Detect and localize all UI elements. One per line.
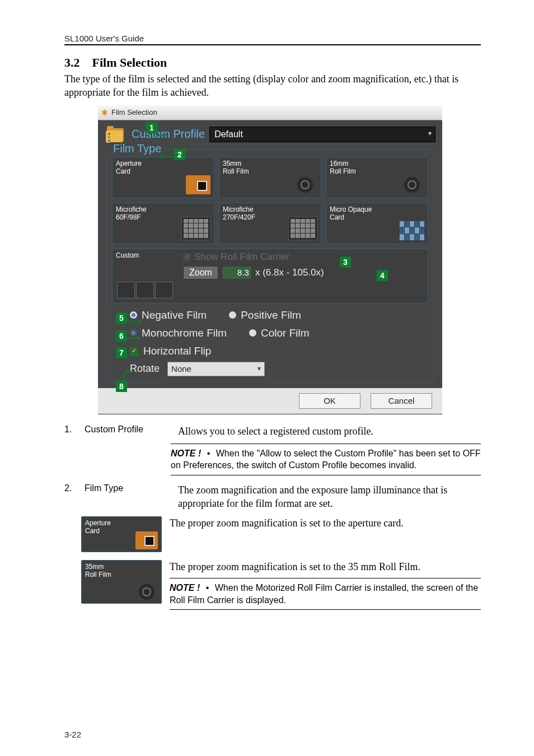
film-card-label: Card — [330, 213, 424, 221]
def-term-custom-profile: Custom Profile — [85, 424, 171, 435]
note-lead: NOTE ! — [171, 449, 201, 458]
roll-film-icon — [293, 175, 317, 194]
film-card-label: Micro Opaque — [330, 206, 424, 213]
gear-icon: ✱ — [101, 108, 108, 117]
note-box: NOTE ! • When the "Allow to select the C… — [171, 444, 481, 475]
note-box: NOTE ! • When the Motorized Roll Film Ca… — [170, 578, 481, 610]
sample-label: Aperture — [85, 519, 111, 527]
sample-label: 35mm — [85, 563, 104, 571]
callout-1: 1 — [146, 122, 157, 133]
callout-4: 4 — [377, 270, 388, 281]
microfiche-icon — [288, 217, 317, 240]
negative-film-label: Negative Film — [142, 309, 207, 321]
callout-arrow — [156, 153, 175, 160]
film-card-label: Roll Film — [223, 167, 317, 175]
note-text: When the Motorized Roll Film Carrier is … — [170, 583, 478, 605]
film-card-label: Microfiche — [116, 206, 210, 213]
sample-label: Card — [85, 527, 100, 535]
roll-film-icon — [135, 583, 158, 601]
rotate-value: None — [171, 364, 191, 374]
film-type-group: Film Type Aperture Card 35mm Roll Film 1… — [106, 150, 434, 382]
callout-3: 3 — [340, 256, 351, 268]
color-film-label: Color Film — [261, 327, 310, 339]
def-text: Allows you to select a registered custom… — [178, 424, 373, 438]
dialog-titlebar: ✱ Film Selection — [98, 105, 442, 120]
note-lead: NOTE ! — [170, 583, 200, 592]
rotate-select[interactable]: None — [167, 362, 265, 376]
film-card-35mm[interactable]: 35mm Roll Film — [219, 157, 321, 198]
film-card-label: 35mm — [223, 160, 317, 167]
micro-opaque-icon — [400, 221, 424, 240]
dialog-title: Film Selection — [111, 108, 157, 116]
callout-6: 6 — [116, 330, 127, 342]
aperture-card-icon — [135, 531, 158, 549]
section-heading: 3.2 Film Selection — [64, 55, 481, 70]
def-term-film-type: Film Type — [85, 483, 171, 493]
callout-arrow — [127, 317, 144, 325]
page-header: SL1000 User's Guide — [64, 34, 481, 43]
sample-card-aperture: Aperture Card — [81, 516, 162, 552]
page-number: 3-22 — [64, 730, 81, 739]
def-number: 1. — [64, 424, 78, 435]
film-card-label: 16mm — [330, 160, 424, 167]
monochrome-film-label: Monochrome Film — [142, 327, 227, 339]
sample-desc: The proper zoom magnification is set to … — [170, 560, 481, 573]
film-card-fiche60[interactable]: Microfiche 60F/98F — [112, 203, 214, 244]
callout-2: 2 — [174, 149, 185, 160]
custom-profile-value: Default — [214, 129, 243, 139]
def-text: The zoom magnification and the exposure … — [178, 483, 481, 511]
film-card-label: Microfiche — [223, 206, 317, 213]
rotate-label: Rotate — [130, 363, 160, 375]
def-number: 2. — [64, 483, 78, 493]
custom-profile-select[interactable]: Default — [209, 127, 435, 142]
aperture-card-icon — [186, 175, 210, 194]
horizontal-flip-label: Horizontal Flip — [143, 345, 211, 357]
header-rule — [64, 44, 481, 45]
microfiche-icon — [181, 217, 210, 240]
bullet-icon: • — [203, 582, 213, 594]
film-card-opaque[interactable]: Micro Opaque Card — [326, 203, 428, 244]
roll-film-icon — [400, 175, 424, 194]
positive-film-label: Positive Film — [241, 309, 301, 321]
show-roll-label: Show Roll Film Carrier — [194, 251, 289, 263]
film-card-label: Roll Film — [330, 167, 424, 175]
custom-thumbs-icon — [117, 282, 173, 298]
zoom-range: x (6.8x - 105.0x) — [255, 267, 324, 278]
callout-7: 7 — [116, 347, 127, 358]
film-card-aperture[interactable]: Aperture Card — [112, 157, 214, 198]
zoom-value[interactable]: 8.3 — [222, 266, 252, 279]
cancel-button[interactable]: Cancel — [371, 393, 432, 409]
section-intro: The type of the film is selected and the… — [64, 72, 481, 100]
section-number: 3.2 — [64, 55, 80, 69]
color-film-radio[interactable] — [249, 329, 256, 337]
film-selection-dialog: ✱ Film Selection Custom Profile Default … — [98, 105, 442, 414]
ok-button[interactable]: OK — [299, 393, 360, 409]
film-card-label: Card — [116, 167, 210, 175]
show-roll-checkbox[interactable]: ✓ — [183, 253, 191, 261]
film-card-16mm[interactable]: 16mm Roll Film — [326, 157, 428, 198]
sample-label: Roll Film — [85, 571, 111, 578]
note-text: When the "Allow to select the Custom Pro… — [171, 449, 481, 470]
film-card-fiche270[interactable]: Microfiche 270F/420F — [219, 203, 321, 244]
callout-8: 8 — [116, 381, 127, 392]
section-title: Film Selection — [92, 55, 167, 69]
callout-arrow — [127, 335, 144, 342]
positive-film-radio[interactable] — [229, 311, 236, 319]
sample-desc: The proper zoom magnification is set to … — [170, 516, 481, 530]
film-card-label: Aperture — [116, 160, 210, 167]
callout-arrow — [127, 352, 144, 358]
sample-card-35mm: 35mm Roll Film — [81, 560, 162, 604]
callout-5: 5 — [116, 312, 127, 324]
bullet-icon: • — [204, 447, 214, 460]
zoom-button[interactable]: Zoom — [183, 266, 218, 279]
dialog-button-bar: OK Cancel — [98, 388, 442, 414]
